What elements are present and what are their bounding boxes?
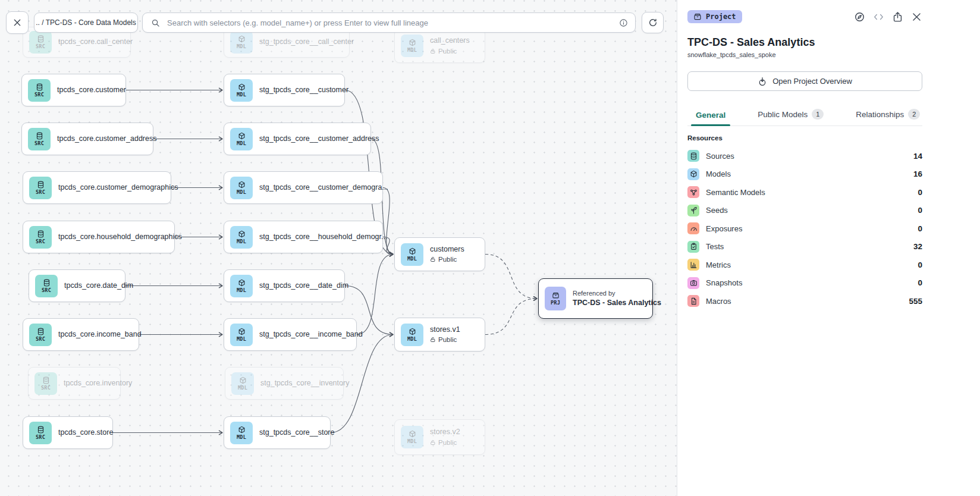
- node-type-label: MDL: [237, 434, 246, 440]
- page-title: TPC-DS - Sales Analytics: [687, 36, 922, 49]
- database-icon: [36, 132, 43, 140]
- tab-general[interactable]: General: [687, 107, 734, 125]
- explore-lens-button[interactable]: [854, 11, 865, 23]
- cube-icon: [409, 247, 416, 255]
- node-access: Public: [430, 47, 470, 55]
- lineage-node-src_date_dim[interactable]: SRC tpcds_core.date_dim: [29, 269, 125, 302]
- node-title: call_centers: [430, 36, 470, 46]
- resource-row-tests[interactable]: Tests 32: [687, 238, 922, 256]
- resource-row-models[interactable]: Models 16: [687, 165, 922, 184]
- lineage-node-pub_stores_v2[interactable]: MDL stores.v2 Public: [394, 419, 485, 455]
- node-title: stg_tpcds_core__date_dim: [259, 281, 337, 291]
- lineage-node-src_inventory[interactable]: SRC tpcds_core.inventory: [28, 367, 121, 400]
- resource-row-semantic-models[interactable]: Semantic Models 0: [687, 183, 922, 202]
- node-type-label: MDL: [238, 385, 247, 391]
- resource-count: 555: [909, 297, 922, 306]
- node-title: TPC-DS - Sales Analytics: [573, 299, 645, 308]
- resource-label: Snapshots: [706, 278, 742, 287]
- node-title: stg_tpcds_core__call_center: [259, 37, 342, 47]
- project-type-badge: Project: [687, 10, 742, 23]
- database-icon: [37, 328, 45, 335]
- open-project-overview-button[interactable]: Open Project Overview: [687, 71, 922, 91]
- node-title: stg_tpcds_core__store: [259, 428, 323, 438]
- node-type-label: SRC: [41, 385, 51, 391]
- file-icon: [687, 295, 699, 307]
- close-icon: [911, 11, 922, 23]
- project-icon: [693, 12, 702, 21]
- compass-icon: [854, 11, 865, 23]
- database-icon: [42, 376, 50, 384]
- resource-count: 0: [918, 188, 922, 197]
- camera-icon: [687, 277, 699, 289]
- panel-tabs: General Public Models 1 Relationships 2: [687, 105, 922, 126]
- resource-count: 0: [918, 260, 922, 269]
- lineage-node-src_store[interactable]: SRC tpcds_core.store: [23, 416, 113, 449]
- node-title: tpcds_core.call_center: [58, 37, 123, 47]
- node-type-label: SRC: [36, 238, 45, 244]
- project-icon: [552, 291, 560, 299]
- lock-open-icon: [430, 337, 436, 343]
- node-pretitle: Referenced by: [573, 290, 645, 298]
- lineage-canvas[interactable]: SRC tpcds_core.call_center MDL stg_tpcds…: [0, 0, 677, 496]
- node-title: tpcds_core.customer: [57, 86, 118, 95]
- lineage-node-stg_customer_demographics[interactable]: MDL stg_tpcds_core__customer_demogra...: [224, 171, 383, 204]
- lineage-node-src_customer_address[interactable]: SRC tpcds_core.customer_address: [21, 123, 153, 155]
- lock-open-icon: [430, 48, 436, 54]
- tab-count-badge: 2: [908, 109, 920, 120]
- project-schema-subtitle: snowflake_tpcds_sales_spoke: [687, 51, 922, 58]
- database-icon: [36, 83, 43, 91]
- lineage-node-stg_household_demographics[interactable]: MDL stg_tpcds_core__household_demogr...: [224, 221, 383, 253]
- node-type-label: SRC: [42, 287, 51, 293]
- close-panel-button[interactable]: [911, 11, 922, 23]
- lineage-node-src_customer[interactable]: SRC tpcds_core.customer: [21, 74, 126, 106]
- lineage-node-src_income_band[interactable]: SRC tpcds_core.income_band: [23, 318, 139, 351]
- database-icon: [37, 181, 45, 189]
- lineage-node-stg_customer[interactable]: MDL stg_tpcds_core__customer: [224, 74, 345, 106]
- gauge-icon: [687, 222, 699, 234]
- cube-icon: [409, 328, 416, 335]
- resource-row-seeds[interactable]: Seeds 0: [687, 202, 922, 220]
- resources-list: Sources 14 Models 16 Semantic Models 0 S…: [687, 147, 922, 310]
- node-title: stg_tpcds_core__customer: [259, 86, 337, 95]
- tab-relationships[interactable]: Relationships 2: [847, 105, 928, 125]
- info-icon[interactable]: [619, 18, 628, 27]
- lineage-node-pub_customers[interactable]: MDL customers Public: [394, 237, 485, 271]
- resource-row-sources[interactable]: Sources 14: [687, 147, 922, 165]
- node-access: Public: [430, 335, 460, 344]
- node-type-label: MDL: [407, 47, 417, 53]
- tab-public-models[interactable]: Public Models 1: [749, 105, 832, 125]
- lock-open-icon: [430, 440, 436, 445]
- code-view-button[interactable]: [873, 11, 884, 23]
- node-type-label: MDL: [237, 140, 246, 146]
- node-type-label: SRC: [36, 434, 45, 440]
- lineage-node-src_customer_demographics[interactable]: SRC tpcds_core.customer_demographics: [23, 171, 171, 204]
- lineage-node-stg_store[interactable]: MDL stg_tpcds_core__store: [224, 416, 331, 449]
- breadcrumb[interactable]: .. / TPC-DS - Core Data Models: [34, 12, 138, 33]
- resource-row-snapshots[interactable]: Snapshots 0: [687, 274, 922, 293]
- share-button[interactable]: [892, 11, 903, 23]
- node-title: stg_tpcds_core__customer_demogra...: [259, 183, 375, 193]
- resource-row-metrics[interactable]: Metrics 0: [687, 256, 922, 274]
- lineage-node-stg_customer_address[interactable]: MDL stg_tpcds_core__customer_address: [224, 123, 371, 155]
- lineage-node-pub_stores_v1[interactable]: MDL stores.v1 Public: [394, 318, 485, 351]
- lineage-node-src_household_demographics[interactable]: SRC tpcds_core.household_demographics: [23, 221, 175, 253]
- search-input[interactable]: [166, 18, 613, 28]
- resource-row-macros[interactable]: Macros 555: [687, 292, 922, 310]
- lineage-node-stg_date_dim[interactable]: MDL stg_tpcds_core__date_dim: [224, 269, 345, 302]
- search-box[interactable]: [142, 12, 636, 33]
- refresh-button[interactable]: [642, 12, 664, 33]
- project-details-panel: Project: [677, 0, 980, 496]
- database-icon: [687, 150, 699, 162]
- lineage-node-stg_income_band[interactable]: MDL stg_tpcds_core__income_band: [224, 318, 357, 351]
- clipboard-icon: [687, 241, 699, 253]
- node-title: stg_tpcds_core__household_demogr...: [259, 233, 375, 242]
- resource-count: 16: [913, 169, 922, 178]
- code-icon: [873, 11, 884, 23]
- lineage-node-stg_inventory[interactable]: MDL stg_tpcds_core__inventory: [225, 367, 344, 400]
- node-title: tpcds_core.income_band: [58, 330, 131, 340]
- close-lineage-button[interactable]: [6, 11, 29, 34]
- resource-row-exposures[interactable]: Exposures 0: [687, 219, 922, 238]
- lineage-node-pub_call_centers[interactable]: MDL call_centers Public: [394, 29, 485, 63]
- resource-label: Seeds: [706, 206, 728, 215]
- lineage-node-prj_sales_analytics[interactable]: PRJ Referenced by TPC-DS - Sales Analyti…: [538, 278, 653, 319]
